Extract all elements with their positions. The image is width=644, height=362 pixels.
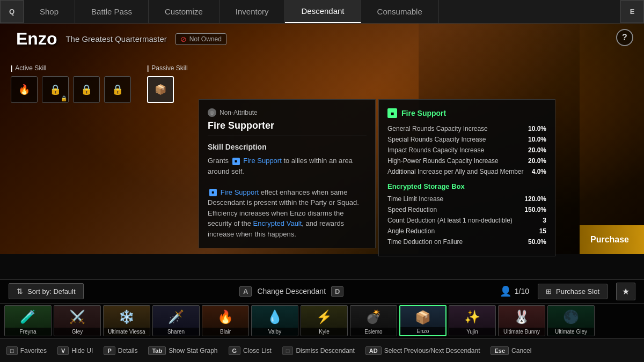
ugley-portrait: 🌑 bbox=[548, 306, 594, 328]
slot-info: 👤 1/10 bbox=[500, 285, 529, 297]
stat-value-1: 10.0% bbox=[528, 125, 546, 132]
stat-row-1: General Rounds Capacity Increase 10.0% bbox=[387, 123, 546, 134]
active-skill-3[interactable]: 🔒 bbox=[73, 76, 100, 103]
char-card-ultimate-viessa[interactable]: ❄️ Ultimate Viessa bbox=[103, 305, 150, 336]
active-skill-1[interactable]: 🔥 bbox=[11, 76, 38, 103]
valby-portrait: 💧 bbox=[252, 306, 298, 328]
nav-customize[interactable]: Customize bbox=[149, 0, 219, 23]
enc-stat-value-4: 15 bbox=[539, 227, 546, 235]
hide-ui-label: Hide UI bbox=[71, 347, 93, 354]
nav-inventory[interactable]: Inventory bbox=[219, 0, 286, 23]
stat-label-4: High-Power Rounds Capacity Increase bbox=[387, 157, 499, 165]
char-card-yujin[interactable]: ✨ Yujin bbox=[449, 305, 496, 336]
stat-label-5: Additional Increase per Ally and Squad M… bbox=[387, 168, 523, 175]
blair-name: Blair bbox=[202, 328, 248, 336]
fire-support-link-2[interactable]: Fire Support bbox=[221, 188, 259, 196]
nav-battle-pass[interactable]: Battle Pass bbox=[75, 0, 149, 23]
cancel-key[interactable]: Esc bbox=[491, 346, 509, 355]
stats-panel: ■ Fire Support General Rounds Capacity I… bbox=[378, 99, 555, 256]
skill-description-title: Skill Description bbox=[208, 143, 367, 151]
close-list-key[interactable]: G bbox=[229, 346, 241, 355]
favorites-label: Favorites bbox=[20, 347, 47, 354]
details-key[interactable]: P bbox=[104, 346, 115, 355]
char-card-freyna[interactable]: 🧪 Freyna bbox=[4, 305, 52, 336]
enc-stat-row-5: Time Deduction on Failure 50.0% bbox=[387, 237, 546, 247]
enzo-portrait: 📦 bbox=[400, 306, 445, 328]
attribute-label: Non-Attribute bbox=[219, 109, 258, 116]
nav-descendant[interactable]: Descendant bbox=[285, 0, 361, 23]
char-card-ultimate-gley[interactable]: 🌑 Ultimate Gley bbox=[547, 305, 595, 336]
char-card-esiemo[interactable]: 💣 Esiemo bbox=[350, 305, 397, 336]
uviessa-portrait: ❄️ bbox=[104, 306, 150, 328]
purchase-slot-label: Purchase Slot bbox=[556, 287, 599, 295]
change-descendant-control: A Change Descendant D bbox=[92, 287, 491, 295]
char-card-blair[interactable]: 🔥 Blair bbox=[202, 305, 249, 336]
skills-section: Active Skill 🔥 🔒🔒 🔒 🔒 Passive Skill 📦 bbox=[11, 64, 188, 103]
fire-support-icon: ■ bbox=[387, 108, 397, 118]
character-toolbar: ⇅ Sort by: Default A Change Descendant D… bbox=[0, 280, 644, 304]
attribute-icon: ◎ bbox=[208, 108, 216, 117]
enc-stat-label-4: Angle Reduction bbox=[387, 227, 435, 235]
hide-ui-key[interactable]: V bbox=[57, 346, 69, 355]
active-skill-4[interactable]: 🔒 bbox=[104, 76, 131, 103]
help-button[interactable]: ? bbox=[616, 29, 633, 46]
ubunny-portrait: 🐰 bbox=[499, 306, 545, 328]
enzo-name: Enzo bbox=[400, 327, 445, 335]
sort-button[interactable]: ⇅ Sort by: Default bbox=[9, 283, 84, 299]
char-card-ultimate-bunny[interactable]: 🐰 Ultimate Bunny bbox=[498, 305, 545, 336]
slot-count: 1/10 bbox=[515, 287, 529, 295]
freyna-name: Freyna bbox=[5, 328, 51, 336]
select-prev-next-label: Select Previous/Next Descendant bbox=[384, 347, 480, 354]
esiemo-portrait: 💣 bbox=[350, 306, 397, 328]
favorite-button[interactable]: ★ bbox=[616, 283, 635, 300]
encrypted-vault-link[interactable]: Encrypted Vault bbox=[253, 219, 302, 227]
encrypted-section-title: Encrypted Storage Box bbox=[387, 182, 546, 190]
dismiss-label: Dismiss Descendant bbox=[296, 347, 354, 354]
char-card-kyle[interactable]: ⚡ Kyle bbox=[301, 305, 348, 336]
stat-graph-key[interactable]: Tab bbox=[148, 346, 166, 355]
ubunny-name: Ultimate Bunny bbox=[499, 328, 545, 336]
char-card-gley[interactable]: ⚔️ Gley bbox=[54, 305, 101, 336]
sharen-name: Sharen bbox=[153, 328, 199, 336]
char-card-valby[interactable]: 💧 Valby bbox=[251, 305, 298, 336]
favorites-key[interactable]: □ bbox=[6, 346, 18, 355]
fire-support-section-title: ■ Fire Support bbox=[387, 108, 546, 118]
purchase-slot-button[interactable]: ⊞ Purchase Slot bbox=[538, 284, 608, 299]
change-key-a[interactable]: A bbox=[239, 286, 252, 297]
enc-stat-row-3: Count Deduction (At least 1 non-deductib… bbox=[387, 215, 546, 226]
favorite-icon: ★ bbox=[622, 287, 630, 296]
status-dismiss: □ Dismiss Descendant bbox=[282, 346, 355, 355]
stat-value-4: 20.0% bbox=[528, 157, 546, 165]
char-card-sharen[interactable]: 🗡️ Sharen bbox=[152, 305, 200, 336]
purchase-banner[interactable]: Purchase bbox=[580, 225, 644, 254]
enc-stat-value-3: 3 bbox=[543, 217, 546, 224]
change-label: Change Descendant bbox=[257, 287, 326, 295]
nav-shop[interactable]: Shop bbox=[24, 0, 75, 23]
passive-skill-label: Passive Skill bbox=[147, 64, 188, 72]
active-skill-2[interactable]: 🔒🔒 bbox=[42, 76, 69, 103]
yujin-portrait: ✨ bbox=[449, 306, 495, 328]
status-bar: □ Favorites V Hide UI P Details Tab Show… bbox=[0, 338, 644, 362]
esiemo-name: Esiemo bbox=[350, 328, 397, 336]
nav-consumable[interactable]: Consumable bbox=[361, 0, 439, 23]
fire-support-title: Fire Support bbox=[401, 109, 446, 117]
slot-icon: 👤 bbox=[500, 285, 511, 297]
valby-name: Valby bbox=[252, 328, 298, 336]
ownership-badge: Not Owned bbox=[175, 33, 226, 45]
fire-support-link-1[interactable]: Fire Support bbox=[243, 157, 282, 165]
dismiss-key: □ bbox=[282, 346, 294, 355]
status-select-prev-next: AD Select Previous/Next Descendant bbox=[365, 346, 480, 355]
status-stat-graph: Tab Show Stat Graph bbox=[148, 346, 217, 355]
attribute-badge: ◎ Non-Attribute bbox=[208, 108, 367, 117]
details-label: Details bbox=[118, 347, 138, 354]
select-prev-next-key[interactable]: AD bbox=[365, 346, 382, 355]
sharen-portrait: 🗡️ bbox=[153, 306, 199, 328]
char-card-enzo[interactable]: 📦 Enzo bbox=[399, 305, 447, 336]
nav-key-q[interactable]: Q bbox=[0, 0, 24, 23]
stat-value-3: 20.0% bbox=[528, 146, 546, 154]
enc-stat-label-3: Count Deduction (At least 1 non-deductib… bbox=[387, 217, 513, 224]
nav-key-e[interactable]: E bbox=[620, 0, 644, 23]
change-key-d[interactable]: D bbox=[331, 286, 343, 297]
passive-skill-1[interactable]: 📦 bbox=[147, 76, 174, 103]
stat-label-2: Special Rounds Capacity Increase bbox=[387, 136, 486, 143]
